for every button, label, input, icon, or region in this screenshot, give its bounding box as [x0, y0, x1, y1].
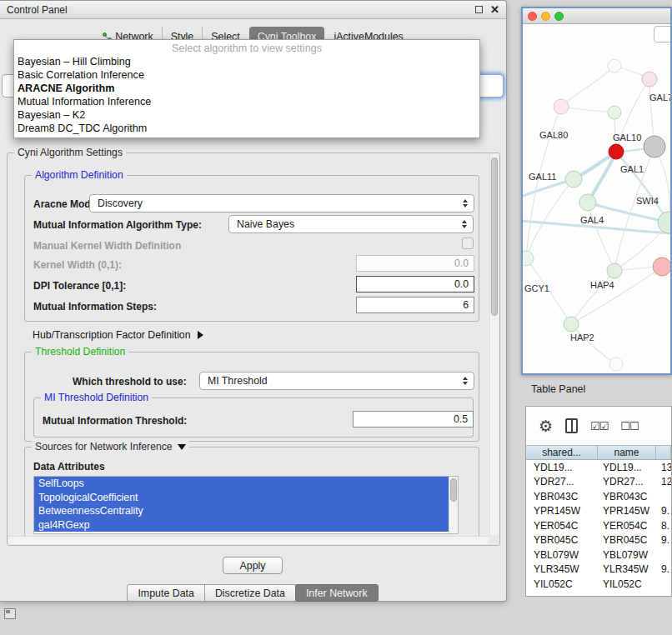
network-node[interactable]	[554, 99, 569, 114]
network-node[interactable]	[653, 258, 670, 276]
table-row[interactable]: YBR043CYBR043C	[526, 489, 671, 504]
dpi-tolerance-input[interactable]: 0.0	[356, 276, 474, 292]
network-node[interactable]	[609, 144, 624, 159]
network-node[interactable]	[565, 171, 582, 188]
cyni-algorithm-settings-group: Cyni Algorithm Settings Algorithm Defini…	[7, 152, 500, 546]
close-traffic-light-icon[interactable]	[528, 12, 537, 21]
table-cell: YPR145W	[598, 505, 656, 517]
minimize-traffic-light-icon[interactable]	[541, 12, 550, 21]
network-node[interactable]	[564, 317, 579, 332]
attributes-scrollbar[interactable]	[449, 477, 458, 533]
table-header-row: shared...name	[526, 445, 671, 460]
network-edge[interactable]	[571, 324, 616, 364]
network-node[interactable]	[642, 72, 657, 87]
tab-impute-data[interactable]: Impute Data	[127, 584, 205, 602]
network-node[interactable]	[608, 106, 621, 119]
table-cell: YER054C	[526, 520, 598, 532]
which-threshold-label: Which threshold to use:	[73, 376, 187, 388]
table-row[interactable]: YDR27...YDR27...12	[526, 475, 671, 490]
algorithm-option[interactable]: Dream8 DC_TDC Algorithm	[14, 122, 479, 135]
algorithm-option[interactable]: Mutual Information Inference	[14, 95, 479, 108]
mi-steps-label: Mutual Information Steps:	[33, 301, 157, 312]
scrollbar-thumb[interactable]	[450, 478, 457, 502]
table-column-header[interactable]: shared...	[526, 446, 598, 459]
network-node-label: GCY1	[524, 283, 549, 293]
data-attribute-item[interactable]: BetweennessCentrality	[34, 504, 449, 518]
network-node[interactable]	[579, 194, 596, 211]
aracne-mode-select[interactable]: Discovery	[89, 194, 474, 212]
table-row[interactable]: YIL052CYIL052C	[526, 577, 671, 592]
apply-button[interactable]: Apply	[223, 557, 283, 574]
settings-group-title: Cyni Algorithm Settings	[14, 147, 126, 158]
network-node[interactable]	[607, 263, 622, 278]
table-cell: YDR27...	[598, 476, 656, 488]
algorithm-select-popup: Select algorithm to view settings Bayesi…	[13, 39, 480, 138]
close-icon[interactable]: ✕	[490, 6, 499, 14]
float-window-icon[interactable]	[475, 6, 483, 13]
tab-infer-network[interactable]: Infer Network	[295, 584, 379, 602]
network-node[interactable]	[644, 136, 665, 158]
table-row[interactable]: YDL19...YDL19...13	[526, 460, 671, 475]
hub-definition-toggle[interactable]: Hub/Transcription Factor Definition	[33, 329, 203, 341]
network-canvas[interactable]: GAL7GAL80GAL10GAL1GAL11SWI4GAL4GCY1HAP4H…	[523, 24, 670, 372]
table-panel-window: ⚙ ☑☑ ☐☐ shared...name YDL19...YDL19...13…	[525, 406, 672, 597]
settings-horizontal-scrollbar[interactable]	[8, 536, 489, 544]
table-row[interactable]: YBR045CYBR045C9.	[526, 533, 671, 548]
table-row[interactable]: YPR145WYPR145W9.	[526, 504, 671, 519]
data-attribute-item[interactable]: SelfLoops	[34, 477, 449, 491]
control-panel-window: Control Panel ✕ Network Style Select Cyn…	[0, 0, 507, 602]
network-edge[interactable]	[588, 202, 614, 271]
table-row[interactable]: YER054CYER054C8.	[526, 518, 671, 533]
data-attributes-label: Data Attributes	[33, 461, 105, 472]
panel-dock-icon[interactable]	[4, 608, 16, 619]
hub-definition-label: Hub/Transcription Factor Definition	[33, 329, 191, 341]
data-attribute-item[interactable]: TopologicalCoefficient	[34, 491, 449, 505]
unchecked-boxes-icon[interactable]: ☐☐	[620, 420, 638, 432]
table-cell: 9.	[656, 505, 671, 517]
network-node[interactable]	[608, 59, 621, 72]
checked-boxes-icon[interactable]: ☑☑	[590, 420, 608, 432]
network-node[interactable]	[658, 212, 670, 233]
algorithm-option[interactable]: Basic Correlation Inference	[14, 68, 479, 82]
gear-icon[interactable]: ⚙	[539, 418, 553, 434]
table-cell: 9.	[656, 563, 671, 575]
network-edge[interactable]	[561, 66, 614, 107]
tab-discretize-data[interactable]: Discretize Data	[204, 584, 296, 602]
mi-threshold-input[interactable]: 0.5	[353, 411, 474, 428]
dpi-tolerance-label: DPI Tolerance [0,1]:	[33, 280, 126, 292]
network-node[interactable]	[523, 251, 534, 266]
table-cell: 8.	[656, 520, 671, 532]
zoom-traffic-light-icon[interactable]	[554, 12, 564, 21]
collapse-down-icon	[178, 444, 186, 450]
algorithm-option[interactable]: ARACNE Algorithm	[14, 82, 479, 95]
bottom-tabbar: Impute Data Discretize Data Infer Networ…	[0, 584, 506, 602]
mi-steps-input[interactable]: 6	[356, 297, 474, 313]
settings-vertical-scrollbar[interactable]	[489, 154, 499, 535]
table-row[interactable]: YBL079WYBL079W	[526, 548, 671, 562]
network-graph[interactable]: GAL7GAL80GAL10GAL1GAL11SWI4GAL4GCY1HAP4H…	[523, 24, 670, 372]
network-node[interactable]	[609, 358, 623, 371]
data-attributes-list[interactable]: SelfLoopsTopologicalCoefficientBetweenne…	[33, 476, 459, 534]
mi-threshold-group: MI Threshold Definition Mutual Informati…	[33, 398, 474, 438]
combo-arrows-icon	[458, 220, 470, 228]
table-column-header[interactable]: name	[598, 446, 656, 459]
algorithm-option[interactable]: Bayesian – K2	[14, 108, 479, 122]
which-threshold-select[interactable]: MI Threshold	[199, 372, 474, 390]
table-cell: YIL052C	[526, 578, 598, 590]
mi-type-select[interactable]: Naive Bayes	[228, 215, 474, 233]
scrollbar-thumb[interactable]	[491, 158, 498, 316]
network-edge[interactable]	[561, 107, 614, 112]
panel-title: Control Panel	[7, 4, 475, 16]
algorithm-option[interactable]: Bayesian – Hill Climbing	[14, 55, 479, 68]
table-column-header[interactable]	[656, 446, 671, 459]
manual-kernel-checkbox[interactable]	[462, 238, 474, 249]
data-attribute-item[interactable]: gal4RGexp	[34, 518, 449, 532]
algorithm-combo-fragment-left	[2, 74, 14, 98]
kernel-width-input[interactable]: 0.0	[356, 255, 474, 272]
table-row[interactable]: YLR345WYLR345W9.	[526, 562, 671, 578]
table-cell: YBR045C	[526, 534, 598, 546]
table-columns-icon[interactable]	[565, 418, 578, 433]
combo-arrows-icon	[459, 199, 471, 208]
network-edge[interactable]	[571, 271, 614, 324]
sources-group-title[interactable]: Sources for Network Inference	[32, 441, 189, 452]
